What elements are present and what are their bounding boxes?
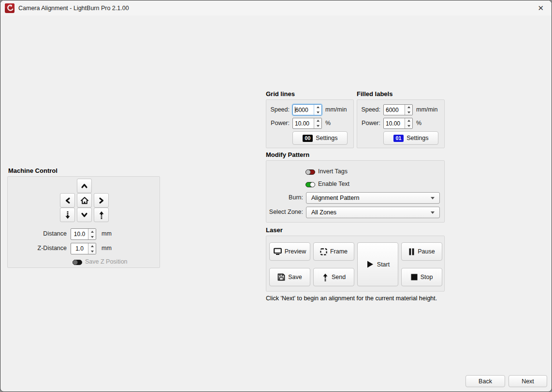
back-button[interactable]: Back [465,375,505,387]
start-button[interactable]: Start [357,242,398,286]
send-label: Send [332,274,346,280]
select-zone-dropdown[interactable]: All Zones [306,207,440,218]
z-distance-spinner [88,243,96,254]
speed-label: Speed: [268,106,290,113]
send-button[interactable]: Send [313,268,354,286]
distance-input[interactable]: 10.0 [71,228,96,240]
select-zone-label: Select Zone: [266,209,303,215]
jog-z-up-button[interactable] [94,208,109,222]
burn-dropdown[interactable]: Alignment Pattern [306,192,440,204]
machine-control-title: Machine Control [8,167,58,174]
jog-right-button[interactable] [94,193,109,208]
spin-down-button[interactable] [405,124,412,129]
titlebar: Camera Alignment - LightBurn Pro 2.1.00 … [0,0,552,15]
chevron-down-icon [431,197,435,199]
frame-label: Frame [330,248,348,255]
spin-down-button[interactable] [88,249,96,254]
jog-left-button[interactable] [60,193,75,208]
spin-up-button[interactable] [88,229,96,234]
close-icon[interactable]: ✕ [537,3,544,13]
window-title: Camera Alignment - LightBurn Pro 2.1.00 [18,5,129,12]
modify-pattern-panel: Invert Tags Enable Text Burn: Alignment … [266,160,445,223]
filled-labels-panel: Speed: 6000 mm/min Power: 10.00 % 01 Set… [357,99,445,148]
monitor-icon [274,248,282,255]
save-button[interactable]: Save [269,268,310,286]
laser-title: Laser [266,226,283,234]
grid-power-spinner [314,118,321,128]
back-label: Back [479,378,492,385]
select-zone-value: All Zones [311,209,336,216]
save-label: Save [288,274,302,280]
play-icon [366,260,374,268]
value-text: 6000 [295,107,308,113]
home-icon [80,196,89,205]
chevron-down-icon [431,211,435,214]
stop-button[interactable]: Stop [401,268,442,286]
jog-home-button[interactable] [77,193,92,208]
spin-up-button[interactable] [88,243,96,249]
lightburn-logo-icon [5,3,15,13]
spin-down-button[interactable] [88,234,96,239]
jog-down-button[interactable] [77,208,92,222]
filled-speed-input[interactable]: 6000 [383,104,413,115]
power-label: Power: [268,120,290,126]
filled-speed-spinner [405,105,412,115]
triangle-down-icon [91,251,94,252]
speed-label: Speed: [359,106,380,113]
preview-button[interactable]: Preview [269,242,310,261]
power-label: Power: [359,120,380,126]
invert-tags-toggle[interactable] [305,169,315,175]
z-distance-input[interactable]: 1.0 [71,243,96,254]
grid-settings-button[interactable]: 00 Settings [292,131,348,145]
speed-unit: mm/min [325,106,347,113]
triangle-up-icon [407,106,410,108]
spin-down-button[interactable] [405,110,412,115]
settings-label: Settings [407,135,428,141]
layer-badge: 01 [393,135,404,142]
triangle-up-icon [91,245,94,247]
filled-power-spinner [405,118,412,128]
grid-power-input[interactable]: 10.00 [292,118,322,129]
spin-down-button[interactable] [314,124,321,129]
invert-tags-label: Invert Tags [318,168,348,175]
start-label: Start [377,261,390,268]
toggle-knob [73,260,78,265]
spin-up-button[interactable] [314,118,321,124]
spin-down-button[interactable] [314,110,321,115]
grid-speed-input[interactable]: 6000 [292,104,322,115]
send-up-arrow-icon [322,273,329,281]
spin-up-button[interactable] [314,105,321,110]
filled-settings-button[interactable]: 01 Settings [383,131,438,145]
toggle-knob [305,169,311,175]
triangle-up-icon [407,120,410,122]
grid-power-value: 10.00 [293,118,314,128]
jog-z-down-button[interactable] [60,208,75,222]
layer-badge: 00 [303,135,313,142]
save-z-position-toggle[interactable] [73,260,82,265]
enable-text-toggle[interactable] [305,182,315,187]
filled-labels-title: Filled labels [357,90,392,98]
chevron-up-icon [80,182,88,189]
filled-power-input[interactable]: 10.00 [383,118,413,129]
frame-button[interactable]: Frame [313,242,354,261]
next-label: Next [522,378,534,385]
distance-unit: mm [102,230,112,237]
pause-button[interactable]: Pause [401,242,442,261]
distance-value: 10.0 [71,229,88,239]
distance-spinner [88,229,96,239]
triangle-up-icon [317,106,320,108]
stop-icon [411,274,418,280]
jog-up-button[interactable] [77,179,92,193]
triangle-up-icon [317,120,320,122]
spin-up-button[interactable] [405,105,412,110]
z-up-arrow-icon [98,211,105,219]
triangle-down-icon [407,112,410,113]
pause-label: Pause [418,248,435,255]
spin-up-button[interactable] [405,118,412,124]
stop-label: Stop [421,274,433,280]
chevron-down-icon [80,211,88,218]
modify-pattern-title: Modify Pattern [266,151,309,158]
chevron-left-icon [64,196,71,205]
z-distance-label: Z-Distance [8,245,67,252]
next-button[interactable]: Next [508,375,547,387]
